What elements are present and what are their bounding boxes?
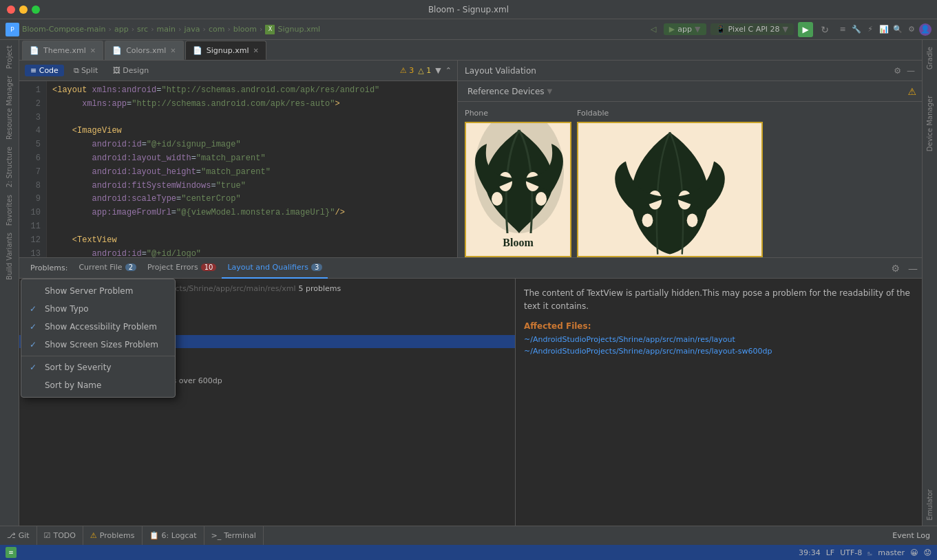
breadcrumb-item-signup[interactable]: Signup.xml [277, 25, 320, 34]
error-expand-btn[interactable]: ⌃ [445, 66, 452, 75]
main-content: 📄 Theme.xml ✕ 📄 Colors.xml ✕ 📄 Signup.xm… [19, 40, 922, 526]
problems-settings-icon[interactable]: ⚙ [887, 263, 904, 274]
warning-count: ⚠ 3 [400, 66, 414, 75]
sidebar-item-favorites[interactable]: Favorites [4, 192, 14, 228]
back-icon[interactable]: ◁ [647, 23, 660, 36]
sidebar-item-project[interactable]: Project [4, 43, 14, 72]
sidebar-item-build-variants[interactable]: Build Variants [4, 230, 14, 283]
breadcrumb-item-com[interactable]: com [209, 25, 225, 34]
bottom-tab-todo[interactable]: ☑ TODO [37, 526, 83, 546]
breadcrumb-item-src[interactable]: src [137, 25, 148, 34]
bottom-tab-problems[interactable]: ⚠ Problems [83, 526, 143, 546]
window-title: Bloom - Signup.xml [428, 5, 509, 14]
phone-preview: Phone [465, 109, 571, 257]
emoji-happy: 😀 [910, 548, 918, 557]
right-sidebar: Gradle Device Manager Emulator [922, 40, 937, 526]
status-event-log[interactable]: Event Log [892, 531, 930, 540]
breadcrumb-item-main[interactable]: main [157, 25, 176, 34]
right-sidebar-emulator[interactable]: Emulator [925, 486, 935, 523]
avatar-icon[interactable]: 👤 [919, 23, 931, 36]
tab-current-file[interactable]: Current File 2 [73, 258, 142, 279]
breadcrumb-item-java[interactable]: java [184, 25, 200, 34]
menu-item-show-server-problem[interactable]: ✓ Show Server Problem [21, 282, 175, 300]
bottom-tab-terminal[interactable]: >_ Terminal [204, 526, 264, 546]
menu-item-sort-name[interactable]: ✓ Sort by Name [21, 376, 175, 394]
tab-layout-qualifiers[interactable]: Layout and Qualifiers 3 [222, 258, 328, 279]
tab-project-errors[interactable]: Project Errors 10 [142, 258, 222, 279]
sync-icon[interactable]: ≡ [836, 23, 849, 36]
code-editor: ≡ Code ⧉ Split 🖼 Design ⚠ 3 △ 1 [19, 61, 457, 257]
menu-item-show-screen-sizes[interactable]: ✓ Show Screen Sizes Problem [21, 336, 175, 354]
project-icon[interactable]: P [6, 23, 19, 36]
sidebar-item-structure[interactable]: 2: Structure [4, 144, 14, 190]
bottom-tab-git[interactable]: ⎇ Git [0, 526, 37, 546]
vcs-icon[interactable]: ≡ [6, 547, 17, 558]
layout-validation-header: Layout Validation ⚙ — [458, 61, 922, 81]
todo-icon: ☑ [44, 531, 51, 540]
breadcrumb-item-bloom[interactable]: Bloom-Compose-main [22, 25, 106, 34]
file-icon: X [265, 25, 275, 34]
context-menu: ✓ Show Server Problem ✓ Show Typo ✓ [21, 279, 176, 398]
close-signup-tab[interactable]: ✕ [253, 47, 258, 54]
title-bar: Bloom - Signup.xml [0, 0, 937, 19]
panel-settings-icon[interactable]: ⚙ [894, 66, 901, 76]
profile-icon[interactable]: ⚡ [864, 23, 876, 36]
search-icon[interactable]: 🔍 [892, 23, 904, 36]
prob-count: 5 problems [298, 284, 341, 293]
device-dropdown[interactable]: 📱 Pixel C API 28 ▼ [710, 23, 794, 35]
bottom-tab-logcat[interactable]: 📋 6: Logcat [143, 526, 204, 546]
code-lines[interactable]: <layout xmlns:android="http://schemas.an… [47, 81, 457, 257]
tab-colors-xml[interactable]: 📄 Colors.xml ✕ [105, 41, 184, 60]
problems-list: ✓ Show Server Problem ✓ Show Typo ✓ [19, 279, 516, 526]
menu-label-accessibility: Show Accessibility Problem [45, 322, 157, 332]
tab-signup-xml[interactable]: 📄 Signup.xml ✕ [185, 41, 266, 60]
split-mode-btn[interactable]: ⧉ Split [68, 65, 103, 76]
close-button[interactable] [7, 6, 15, 14]
maximize-button[interactable] [32, 6, 40, 14]
menu-label-severity: Sort by Severity [45, 363, 112, 372]
device-previews: Phone [458, 102, 922, 257]
editor-toolbar: ≡ Code ⧉ Split 🖼 Design ⚠ 3 △ 1 [19, 61, 457, 81]
foldable-frame [577, 122, 763, 257]
panel-warning-icon: ⚠ [907, 86, 916, 97]
branch-name: master [878, 548, 905, 557]
menu-check-name: ✓ [30, 380, 39, 390]
code-content: 1 2 3 4 5 6 7 8 9 10 11 12 13 [19, 81, 457, 257]
emoji-sad: 😟 [924, 548, 931, 557]
tools-icon[interactable]: 🔧 [850, 23, 863, 36]
refresh-button[interactable]: ↻ [817, 22, 832, 37]
menu-item-show-typo[interactable]: ✓ Show Typo [21, 300, 175, 318]
breadcrumb-item-app[interactable]: app [114, 25, 129, 34]
prob-detail: The content of TextView is partially hid… [516, 279, 922, 526]
foldable-monstera-svg [578, 122, 761, 257]
settings-icon[interactable]: ⚙ [905, 23, 918, 36]
tab-theme-xml[interactable]: 📄 Theme.xml ✕ [22, 41, 103, 60]
design-mode-btn[interactable]: 🖼 Design [107, 65, 154, 76]
menu-item-sort-severity[interactable]: ✓ Sort by Severity [21, 358, 175, 376]
code-mode-btn[interactable]: ≡ Code [25, 65, 64, 76]
menu-item-show-accessibility[interactable]: ✓ Show Accessibility Problem [21, 318, 175, 336]
foldable-preview: Foldable [577, 109, 763, 257]
minimize-button[interactable] [19, 6, 28, 14]
panel-close-icon[interactable]: — [907, 66, 915, 76]
menu-check-accessibility: ✓ [30, 322, 39, 332]
code-line-11 [52, 220, 452, 234]
reference-devices-btn[interactable]: Reference Devices ▼ [463, 85, 556, 98]
close-theme-tab[interactable]: ✕ [90, 47, 96, 54]
reference-devices-toolbar: Reference Devices ▼ ⚠ [458, 81, 922, 102]
problems-collapse-icon[interactable]: — [904, 263, 922, 274]
prob-file-link-1[interactable]: ~/AndroidStudioProjects/Shrine/app/src/m… [524, 335, 914, 344]
right-sidebar-gradle[interactable]: Gradle [925, 44, 935, 72]
prob-file-link-2[interactable]: ~/AndroidStudioProjects/Shrine/app/src/m… [524, 347, 914, 356]
breadcrumb-item-bloom2[interactable]: bloom [233, 25, 257, 34]
left-sidebar: Project Resource Manager 2: Structure Fa… [0, 40, 19, 526]
run-button[interactable]: ▶ [798, 22, 813, 37]
right-sidebar-device-manager[interactable]: Device Manager [925, 93, 935, 154]
error-nav-btn[interactable]: ▼ [435, 66, 441, 75]
close-colors-tab[interactable]: ✕ [170, 47, 176, 54]
memory-icon[interactable]: 📊 [878, 23, 890, 36]
app-window: Bloom - Signup.xml P Bloom-Compose-main … [0, 0, 937, 560]
current-file-badge: 2 [125, 263, 136, 271]
app-dropdown[interactable]: ▶ app ▼ [664, 23, 706, 35]
sidebar-item-resource-manager[interactable]: Resource Manager [4, 73, 14, 142]
